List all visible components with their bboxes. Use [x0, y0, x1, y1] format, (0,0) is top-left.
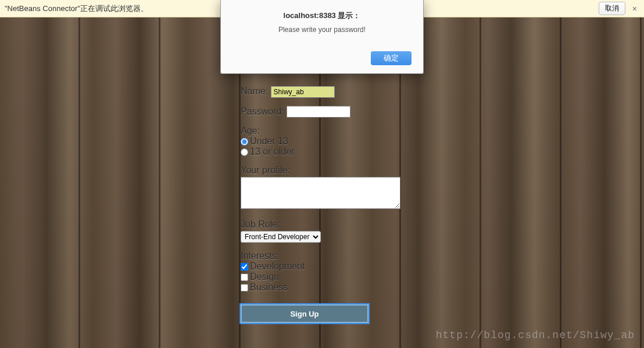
signup-form: Name: Password: Age: Under 13 13 or olde…: [241, 86, 403, 323]
profile-textarea[interactable]: [241, 177, 400, 209]
jobrole-label: Job Role:: [241, 219, 403, 230]
ok-button[interactable]: 确定: [371, 51, 412, 65]
close-icon[interactable]: ×: [630, 4, 639, 13]
interest-business-label: Business: [250, 282, 288, 293]
name-input[interactable]: [271, 86, 335, 98]
interest-development-label: Development: [250, 261, 305, 272]
age-under13-label: Under 13: [250, 136, 288, 147]
interest-development-checkbox[interactable]: [241, 263, 248, 271]
signup-button[interactable]: Sign Up: [241, 304, 368, 323]
profile-label: Your profile:: [241, 165, 403, 176]
age-label: Age:: [241, 126, 403, 136]
interest-business-checkbox[interactable]: [241, 284, 248, 292]
age-under13-radio[interactable]: [241, 138, 248, 145]
watermark-text: http://blog.csdn.net/Shiwy_ab: [436, 329, 635, 341]
interest-design-checkbox[interactable]: [241, 274, 248, 281]
password-label: Password:: [241, 106, 284, 116]
age-older-label: 13 or older: [250, 147, 295, 157]
age-older-radio[interactable]: [241, 148, 248, 156]
cancel-button[interactable]: 取消: [599, 2, 625, 15]
alert-dialog: localhost:8383 显示： Please write your pas…: [220, 0, 424, 74]
password-input[interactable]: [287, 106, 350, 118]
jobrole-select[interactable]: Front-End Developer: [241, 231, 321, 243]
dialog-message: Please write your password!: [232, 26, 412, 34]
interest-design-label: Design: [250, 272, 279, 282]
interests-label: Interests:: [241, 251, 403, 261]
name-label: Name:: [241, 86, 268, 96]
dialog-title: localhost:8383 显示：: [232, 10, 412, 21]
